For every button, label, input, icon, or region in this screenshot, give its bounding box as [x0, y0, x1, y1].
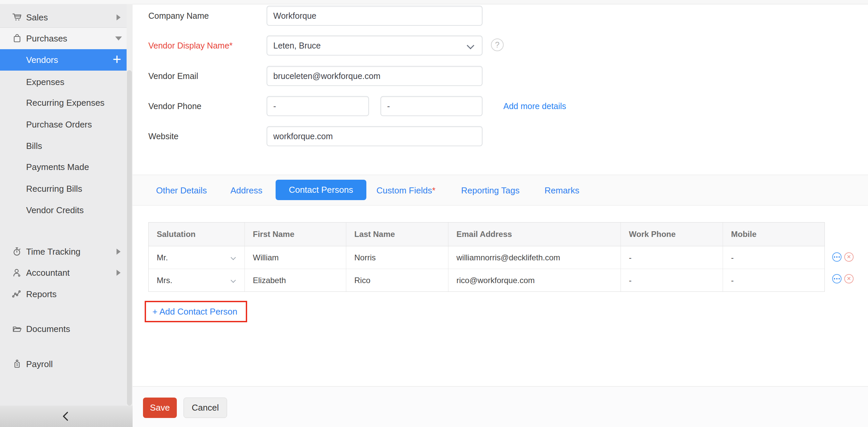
column-header-email: Email Address	[448, 223, 621, 246]
sidebar-item-vendor-credits[interactable]: Vendor Credits	[0, 199, 127, 221]
sidebar-item-label: Documents	[26, 324, 70, 334]
salutation-value: Mrs.	[157, 276, 173, 285]
tab-bar: Other Details Address Custom Fields* Rep…	[133, 175, 868, 205]
mobile-cell[interactable]: -	[723, 269, 825, 292]
sidebar-item-bills[interactable]: Bills	[0, 135, 127, 157]
tab-reporting-tags[interactable]: Reporting Tags	[461, 175, 519, 206]
cancel-button[interactable]: Cancel	[184, 398, 227, 418]
help-icon[interactable]: ?	[491, 38, 504, 51]
sidebar-item-recurring-bills[interactable]: Recurring Bills	[0, 178, 127, 199]
chevron-down-icon	[467, 42, 474, 50]
first-name-cell[interactable]: Elizabeth	[245, 269, 346, 292]
dot	[836, 278, 838, 280]
email-cell[interactable]: williamnorris@decklifeth.com	[448, 246, 621, 269]
reports-chart-icon	[11, 289, 23, 300]
sidebar-item-label: Vendor Credits	[26, 205, 84, 216]
row-delete-icon[interactable]: ✕	[844, 252, 854, 262]
row-delete-icon[interactable]: ✕	[844, 274, 854, 284]
mobile-cell[interactable]: -	[723, 246, 825, 269]
svg-text:$: $	[16, 363, 18, 366]
last-name-cell[interactable]: Norris	[346, 246, 448, 269]
dot	[836, 256, 838, 258]
sidebar-item-label: Recurring Expenses	[26, 98, 104, 108]
vendor-phone-input-2[interactable]	[380, 96, 483, 116]
salutation-select[interactable]: Mrs.	[149, 269, 245, 292]
vendor-display-name-value: Leten, Bruce	[273, 41, 321, 51]
work-phone-cell[interactable]: -	[621, 246, 723, 269]
sidebar-scrollbar-thumb[interactable]	[127, 70, 132, 405]
tab-remarks[interactable]: Remarks	[545, 175, 579, 206]
sidebar-item-purchases[interactable]: Purchases	[0, 28, 127, 49]
sidebar-item-label: Reports	[26, 289, 57, 299]
row-more-options-icon[interactable]	[832, 252, 841, 262]
row-more-options-icon[interactable]	[832, 274, 841, 284]
sidebar-item-label: Bills	[26, 141, 42, 151]
work-phone-cell[interactable]: -	[621, 269, 723, 292]
sidebar-item-label: Time Tracking	[26, 247, 81, 257]
stopwatch-icon	[11, 246, 23, 257]
sidebar-item-documents[interactable]: Documents	[0, 318, 127, 340]
vendor-phone-label: Vendor Phone	[148, 96, 201, 116]
sidebar-item-expenses[interactable]: Expenses	[0, 71, 127, 93]
save-button[interactable]: Save	[143, 398, 177, 418]
vendor-email-input[interactable]	[267, 66, 483, 86]
sidebar-item-reports[interactable]: Reports	[0, 284, 127, 305]
first-name-cell[interactable]: William	[245, 246, 346, 269]
sidebar-item-purchase-orders[interactable]: Purchase Orders	[0, 114, 127, 135]
chevron-down-icon	[115, 36, 122, 40]
column-header-first-name: First Name	[245, 223, 346, 246]
highlight-annotation-box	[145, 301, 247, 322]
website-label: Website	[148, 126, 179, 146]
vendor-display-name-select[interactable]: Leten, Bruce	[267, 35, 483, 56]
tab-label: Custom Fields	[376, 186, 432, 196]
chevron-down-icon	[231, 278, 236, 283]
tab-contact-persons-active[interactable]: Contact Persons	[276, 180, 366, 200]
chevron-right-icon	[117, 14, 121, 21]
tab-custom-fields[interactable]: Custom Fields*	[376, 175, 435, 206]
salutation-value: Mr.	[157, 253, 168, 262]
vendor-edit-page: Sales Purchases Vendors + Expenses Recur…	[0, 0, 868, 427]
website-input[interactable]	[267, 126, 483, 146]
sidebar: Sales Purchases Vendors + Expenses Recur…	[0, 4, 133, 405]
tab-other-details[interactable]: Other Details	[156, 175, 207, 206]
sidebar-item-payments-made[interactable]: Payments Made	[0, 156, 127, 178]
company-name-label: Company Name	[148, 6, 209, 26]
column-header-work-phone: Work Phone	[621, 223, 723, 246]
sidebar-item-sales[interactable]: Sales	[0, 7, 127, 28]
last-name-cell[interactable]: Rico	[346, 269, 448, 292]
sidebar-item-label: Purchases	[26, 33, 67, 44]
payroll-icon: $	[11, 358, 23, 370]
chevron-right-icon	[117, 249, 121, 255]
column-header-mobile: Mobile	[723, 223, 825, 246]
dot	[839, 278, 840, 280]
add-vendor-plus-icon[interactable]: +	[113, 52, 121, 67]
column-header-last-name: Last Name	[346, 223, 448, 246]
collapse-chevron-icon	[60, 409, 73, 423]
dot	[834, 278, 835, 280]
sidebar-collapse-bar[interactable]	[0, 405, 133, 427]
required-asterisk: *	[432, 186, 435, 196]
vendor-phone-input-1[interactable]	[267, 96, 369, 116]
sidebar-item-label: Payroll	[26, 359, 53, 369]
chevron-down-icon	[231, 255, 236, 260]
sidebar-item-payroll[interactable]: $ Payroll	[0, 353, 127, 375]
sidebar-item-accountant[interactable]: Accountant	[0, 262, 127, 284]
company-name-input[interactable]	[267, 6, 483, 26]
sidebar-item-label: Payments Made	[26, 162, 89, 172]
add-more-details-link[interactable]: Add more details	[503, 96, 566, 116]
sidebar-item-label: Recurring Bills	[26, 184, 82, 194]
shopping-bag-icon	[11, 33, 23, 44]
accountant-person-icon	[11, 267, 23, 278]
sidebar-item-vendors[interactable]: Vendors +	[0, 49, 127, 71]
sidebar-item-label: Accountant	[26, 268, 70, 278]
salutation-select[interactable]: Mr.	[149, 246, 245, 269]
email-cell[interactable]: rico@workforque.com	[448, 269, 621, 292]
sidebar-item-time-tracking[interactable]: Time Tracking	[0, 241, 127, 262]
folder-icon	[11, 323, 23, 335]
vendor-email-label: Vendor Email	[148, 66, 198, 86]
chevron-right-icon	[117, 270, 121, 276]
sidebar-item-recurring-expenses[interactable]: Recurring Expenses	[0, 92, 127, 113]
dot	[834, 256, 835, 258]
tab-address[interactable]: Address	[230, 175, 262, 206]
sidebar-item-label: Sales	[26, 12, 48, 23]
